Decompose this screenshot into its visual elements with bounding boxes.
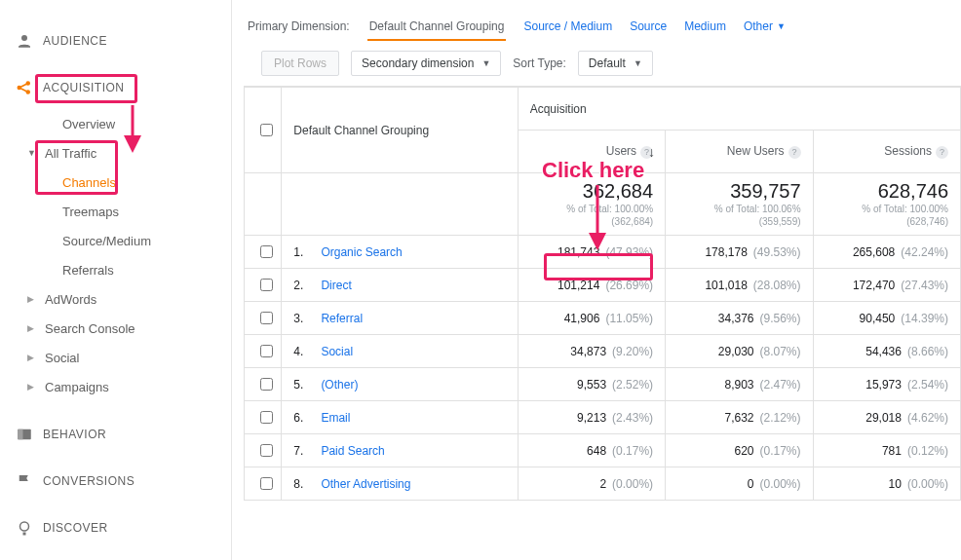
sidebar: AUDIENCE ACQUISITION Overview All Traffi… (0, 0, 232, 560)
svg-point-0 (21, 35, 27, 41)
channel-link[interactable]: Other Advertising (321, 477, 410, 491)
col-new-users[interactable]: New Users? (666, 131, 813, 173)
channel-link[interactable]: Direct (321, 279, 351, 292)
svg-rect-7 (18, 429, 22, 440)
dim-source-medium[interactable]: Source / Medium (523, 19, 612, 33)
channel-link[interactable]: Referral (321, 312, 363, 325)
dim-other[interactable]: Other▼ (744, 19, 786, 33)
nav-conversions-label: CONVERSIONS (43, 474, 135, 488)
col-group-acquisition: Acquisition (518, 88, 960, 131)
col-sessions[interactable]: Sessions? (813, 131, 960, 173)
nav-adwords[interactable]: AdWords (27, 284, 231, 314)
behavior-icon (16, 426, 43, 443)
bulb-icon (16, 519, 43, 537)
row-index: 8. (293, 477, 303, 491)
table-row: 1.Organic Search181,743(47.93%)178,178(4… (245, 236, 961, 269)
nav-referrals[interactable]: Referrals (45, 255, 231, 284)
row-checkbox[interactable] (260, 444, 273, 457)
table-row: 4.Social34,873(9.20%)29,030(8.07%)54,436… (245, 335, 961, 368)
nav-behavior[interactable]: BEHAVIOR (0, 413, 231, 456)
nav-campaigns[interactable]: Campaigns (27, 372, 231, 401)
nav-social[interactable]: Social (27, 343, 231, 372)
primary-dimension-label: Primary Dimension: (248, 19, 350, 33)
row-checkbox[interactable] (260, 411, 273, 424)
svg-point-2 (26, 82, 29, 85)
svg-line-5 (20, 89, 26, 92)
nav-channels[interactable]: Channels (45, 168, 231, 197)
svg-line-4 (20, 84, 26, 87)
nav-discover[interactable]: DISCOVER (0, 506, 231, 549)
col-dimension[interactable]: Default Channel Grouping (282, 88, 518, 173)
nav-behavior-label: BEHAVIOR (43, 428, 106, 441)
row-index: 3. (293, 312, 303, 325)
svg-point-8 (20, 522, 29, 531)
channel-link[interactable]: Email (321, 411, 350, 425)
plot-rows-button[interactable]: Plot Rows (261, 51, 339, 76)
svg-point-3 (26, 91, 29, 93)
chevron-down-icon: ▼ (481, 58, 490, 68)
dim-source[interactable]: Source (630, 19, 667, 33)
dim-default-channel[interactable]: Default Channel Grouping (367, 19, 507, 41)
main: Primary Dimension: Default Channel Group… (232, 0, 961, 560)
table: Default Channel Grouping Acquisition Use… (244, 86, 961, 501)
chevron-down-icon: ▼ (777, 21, 786, 31)
table-row: 2.Direct101,214(26.69%)101,018(28.08%)17… (245, 269, 961, 302)
help-icon[interactable]: ? (936, 146, 948, 159)
channel-link[interactable]: (Other) (321, 378, 358, 392)
table-row: 7.Paid Search648(0.17%)620(0.17%)781(0.1… (245, 434, 961, 467)
sort-desc-icon: ↓ (648, 144, 655, 160)
col-users[interactable]: Users?↓ (518, 131, 665, 173)
nav-conversions[interactable]: CONVERSIONS (0, 460, 231, 503)
table-row: 3.Referral41,906(11.05%)34,376(9.56%)90,… (245, 302, 961, 335)
svg-point-1 (18, 87, 20, 90)
row-checkbox[interactable] (260, 477, 273, 490)
row-checkbox[interactable] (260, 378, 273, 391)
help-icon[interactable]: ? (788, 146, 801, 159)
nav-audience[interactable]: AUDIENCE (0, 19, 231, 62)
nav-all-traffic[interactable]: All Traffic (27, 138, 231, 168)
flag-icon (16, 472, 43, 490)
table-row: 6.Email9,213(2.43%)7,632(2.12%)29,018(4.… (245, 401, 961, 434)
share-icon (16, 79, 43, 96)
chevron-down-icon: ▼ (634, 58, 642, 68)
row-index: 6. (293, 411, 303, 425)
nav-overview[interactable]: Overview (45, 109, 231, 138)
row-index: 5. (293, 378, 303, 392)
row-index: 2. (293, 279, 303, 292)
channel-link[interactable]: Paid Search (321, 444, 384, 458)
nav-acquisition-label: ACQUISITION (43, 81, 125, 94)
row-checkbox[interactable] (260, 312, 273, 324)
secondary-dimension-select[interactable]: Secondary dimension▼ (351, 51, 501, 76)
table-row: 5.(Other)9,553(2.52%)8,903(2.47%)15,973(… (245, 368, 961, 401)
nav-source-medium[interactable]: Source/Medium (45, 226, 231, 255)
nav-discover-label: DISCOVER (43, 521, 108, 535)
table-row: 8.Other Advertising2(0.00%)0(0.00%)10(0.… (245, 467, 961, 501)
sort-type-label: Sort Type: (513, 56, 565, 70)
primary-dimension-row: Primary Dimension: Default Channel Group… (244, 19, 961, 33)
row-index: 4. (293, 345, 303, 358)
row-checkbox[interactable] (260, 345, 273, 357)
dim-medium[interactable]: Medium (684, 19, 726, 33)
channel-link[interactable]: Social (321, 345, 353, 358)
select-all[interactable] (245, 88, 282, 173)
channel-link[interactable]: Organic Search (321, 245, 402, 259)
sort-type-select[interactable]: Default▼ (578, 51, 653, 76)
nav-acquisition[interactable]: ACQUISITION (0, 66, 231, 109)
nav-search-console[interactable]: Search Console (27, 314, 231, 343)
row-checkbox[interactable] (260, 279, 273, 291)
totals-row: 362,684% of Total: 100.00% (362,684) 359… (245, 173, 961, 236)
row-index: 7. (293, 444, 303, 458)
nav-treemaps[interactable]: Treemaps (45, 197, 231, 226)
controls-row: Plot Rows Secondary dimension▼ Sort Type… (244, 51, 961, 76)
row-index: 1. (293, 245, 303, 259)
row-checkbox[interactable] (260, 245, 273, 258)
nav-audience-label: AUDIENCE (43, 34, 107, 48)
person-icon (16, 32, 43, 50)
